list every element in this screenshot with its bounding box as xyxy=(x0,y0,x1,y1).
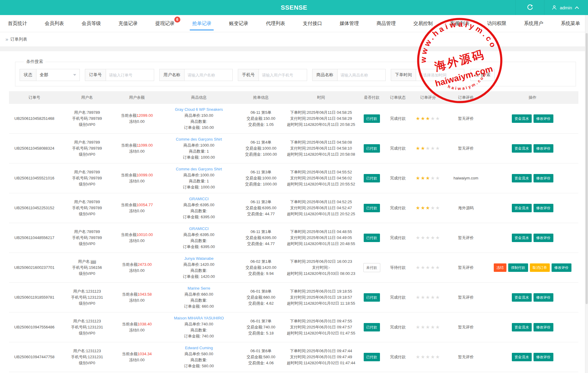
filter-status: 状态 全部 xyxy=(20,69,80,81)
nav-tab-access-permission[interactable]: 访问权限 xyxy=(487,15,507,32)
nav-tab-recharge-records[interactable]: 充值记录 xyxy=(118,15,138,32)
funds-flow-button[interactable]: 资金流水 xyxy=(512,234,532,242)
nav-tab-service-list[interactable]: 客服列表 xyxy=(450,15,470,32)
balance-label: 当前余额 xyxy=(121,143,137,148)
nav-tab-agent-list[interactable]: 代理列表 xyxy=(265,15,286,32)
user-info: 用户名:1231123手机号码:1231231级别VIP0 xyxy=(61,288,113,306)
funds-flow-button[interactable]: 资金流水 xyxy=(512,293,532,302)
divider-strip xyxy=(0,46,588,51)
order-number: UB2506110455521016 xyxy=(14,176,54,180)
user-menu[interactable]: admin xyxy=(544,0,588,15)
product-link[interactable]: Comme des Garçons Shirt xyxy=(160,166,237,172)
filter-phone: 手机号 xyxy=(238,69,307,81)
nav-tab-transaction-control[interactable]: 交易控制 xyxy=(413,15,433,32)
product-link[interactable]: Marine Serre xyxy=(160,285,237,291)
nav-tab-withdrawal-records[interactable]: 提现记录6 xyxy=(155,15,175,32)
table-header-row: 订单号用户名用户余额商品信息抢单信息时间是否付款订单状态订单评分订单评价操作 xyxy=(9,91,578,104)
star-icon: ★ xyxy=(435,295,440,300)
time-info: 下单时间:2025年06月11日 04:52:25支付时间:2025年06月11… xyxy=(285,199,357,217)
funds-flow-button[interactable]: 资金流水 xyxy=(512,353,532,361)
order-status: 完成付款 xyxy=(390,206,406,210)
edit-review-button[interactable]: 修改评价 xyxy=(534,174,553,182)
balance-amount: 11099.00 xyxy=(137,143,153,148)
nav-tab-system-menu[interactable]: 系统菜单 xyxy=(560,15,581,32)
grab-info: 06-02 第1单交易金额:1420.00交易佣金: 9.94 xyxy=(240,259,282,277)
product-link[interactable]: GRAMICCI xyxy=(160,196,237,202)
funds-flow-button[interactable]: 资金流水 xyxy=(512,114,532,123)
balance-amount: 10010.00 xyxy=(136,232,153,237)
row-actions: 资金流水修改评价 xyxy=(488,322,577,332)
nav-tab-label: 客服列表 xyxy=(450,20,469,27)
edit-review-button[interactable]: 修改评价 xyxy=(534,204,553,212)
product-link[interactable]: Comme des Garçons Shirt xyxy=(160,136,237,142)
product-link[interactable]: GRAMICCI xyxy=(160,226,237,232)
filter-label: 下单时间 xyxy=(391,69,416,81)
status-select[interactable]: 全部 xyxy=(36,69,80,81)
funds-flow-button[interactable]: 资金流水 xyxy=(512,204,532,212)
edit-review-button[interactable]: 修改评价 xyxy=(534,353,553,361)
payment-status-badge: 已付款 xyxy=(364,293,380,302)
nav-tab-home-stats[interactable]: 首页统计 xyxy=(7,15,28,32)
nav-tab-account-change-records[interactable]: 账变记录 xyxy=(229,15,249,32)
edit-review-button[interactable]: 修改评价 xyxy=(534,234,553,242)
column-header: 时间 xyxy=(283,91,359,104)
scrollbar[interactable] xyxy=(585,15,588,373)
edit-review-button[interactable]: 修改评价 xyxy=(534,114,553,123)
funds-flow-button[interactable]: 资金流水 xyxy=(512,174,532,182)
filter-label: 手机号 xyxy=(238,69,259,81)
user-info: 用户名:jjjjjj手机号码:156156级别VIP0 xyxy=(61,259,113,277)
product-link[interactable]: Edward Cuming xyxy=(160,345,237,351)
order-review: 暂无评价 xyxy=(458,146,474,151)
column-header: 用户名 xyxy=(60,91,114,104)
star-icon: ★ xyxy=(431,146,435,151)
nav-tab-payment-interface[interactable]: 支付接口 xyxy=(302,15,323,32)
star-rating: ★★★★★ xyxy=(416,176,440,181)
nav-tab-media-management[interactable]: 媒体管理 xyxy=(339,15,359,32)
nav-tab-label: 访问权限 xyxy=(487,20,506,27)
time-info: 下单时间:2025年06月01日 19:18:55支付时间:2025年06月01… xyxy=(285,288,357,306)
nav-tab-system-users[interactable]: 系统用户 xyxy=(523,15,544,32)
user-name-input[interactable] xyxy=(185,69,233,81)
funds-flow-button[interactable]: 资金流水 xyxy=(512,144,532,153)
product-link[interactable]: Maison MIHARA YASUHIRO xyxy=(160,315,237,321)
row-actions: 资金流水修改评价 xyxy=(488,233,577,243)
nav-tab-product-management[interactable]: 商品管理 xyxy=(376,15,397,32)
force-pay-button[interactable]: 强制付款 xyxy=(508,263,528,272)
order-status: 完成付款 xyxy=(390,325,406,329)
nav-tab-grab-order-records[interactable]: 抢单记录 xyxy=(191,15,212,32)
order-status: 完成付款 xyxy=(390,116,406,121)
product-info: GRAMICCI商品单价:6395.00商品数量:订单金额: 6395.00 xyxy=(160,196,237,220)
status-select-value: 全部 xyxy=(40,72,48,78)
freeze-button[interactable]: 冻结 xyxy=(494,263,506,272)
star-icon: ★ xyxy=(435,205,440,210)
grab-info: 06-11 第5单交易金额:150.00交易佣金: 1.05 xyxy=(240,110,282,128)
balance-info: 当前余额1043.58冻结0.00 xyxy=(116,291,158,303)
product-link[interactable]: Gray Cloud 6 WP Sneakers xyxy=(160,107,237,113)
phone-input[interactable] xyxy=(259,69,307,81)
order-number: UB2506110458251468 xyxy=(14,116,54,121)
scrollbar-thumb[interactable] xyxy=(586,33,588,304)
search-panel-legend: 条件搜索 xyxy=(24,59,45,64)
product-link[interactable]: Junya Watanabe xyxy=(160,256,237,262)
nav-tab-member-level[interactable]: 会员等级 xyxy=(81,15,101,32)
filter-label: 商品名称 xyxy=(312,69,338,81)
breadcrumb-arrow-icon: » xyxy=(5,37,8,42)
time-info: 下单时间:2025年06月11日 04:55:52支付时间:2025年06月11… xyxy=(285,169,357,187)
order-no-input[interactable] xyxy=(106,69,154,81)
product-name-input[interactable] xyxy=(338,69,386,81)
edit-review-button[interactable]: 修改评价 xyxy=(552,263,571,272)
balance-label: 当前余额 xyxy=(121,113,136,118)
edit-review-button[interactable]: 修改评价 xyxy=(534,293,553,302)
product-info: Gray Cloud 6 WP Sneakers商品单价:150.00商品数量:… xyxy=(160,107,237,131)
refresh-button[interactable] xyxy=(515,0,544,15)
search-button[interactable]: 搜 索 xyxy=(470,69,495,81)
frozen-amount: 冻结0.00 xyxy=(116,268,158,274)
order-time-input[interactable] xyxy=(416,69,464,81)
star-icon: ★ xyxy=(431,116,435,121)
nav-tab-member-list[interactable]: 会员列表 xyxy=(44,15,64,32)
edit-review-button[interactable]: 修改评价 xyxy=(534,144,553,153)
funds-flow-button[interactable]: 资金流水 xyxy=(512,323,532,331)
nav-tab-label: 会员等级 xyxy=(82,20,101,27)
cancel-order-button[interactable]: 取消订单 xyxy=(530,263,550,272)
edit-review-button[interactable]: 修改评价 xyxy=(534,323,553,331)
